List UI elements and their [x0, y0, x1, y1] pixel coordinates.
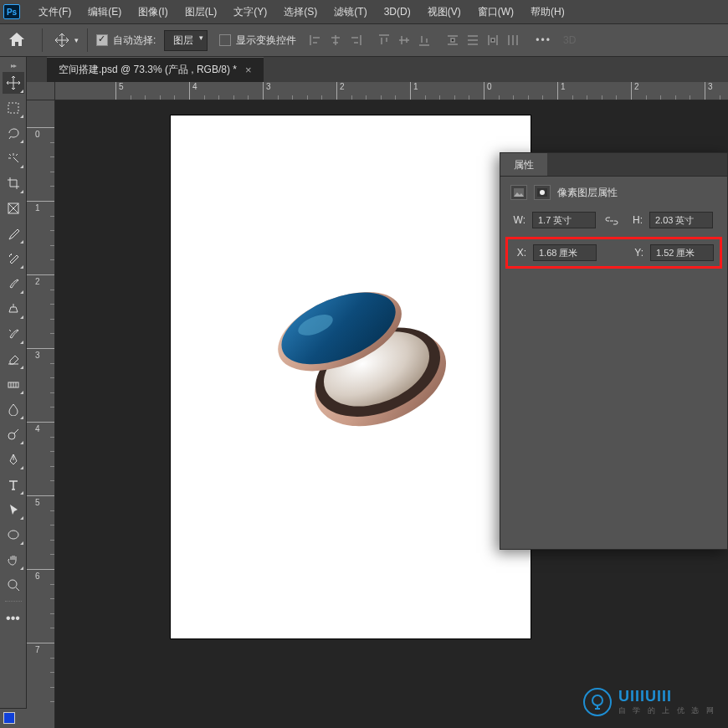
move-tool[interactable]	[3, 72, 24, 94]
svg-point-15	[592, 695, 602, 705]
align-group-1	[306, 31, 365, 49]
auto-select-label: 自动选择:	[113, 33, 156, 48]
blur-tool[interactable]	[3, 398, 24, 420]
3d-mode-label[interactable]: 3D	[563, 34, 576, 46]
move-tool-icon[interactable]	[51, 32, 73, 49]
align-center-v-icon[interactable]	[395, 31, 413, 49]
menu-layer[interactable]: 图层(L)	[177, 5, 226, 19]
crop-tool[interactable]	[3, 172, 24, 194]
distribute-bottom-icon[interactable]	[484, 31, 502, 49]
xy-highlight-box: X: Y:	[505, 237, 722, 269]
distribute-top-icon[interactable]	[443, 31, 462, 49]
height-label: H:	[628, 214, 643, 226]
ruler-horizontal[interactable]: 543210123	[55, 82, 728, 100]
align-group-2	[375, 31, 433, 49]
properties-panel: 属性 像素图层属性 W: H: X: Y:	[500, 152, 728, 550]
watermark: UIIIUIII 自 学 的 上 优 选 网	[583, 688, 716, 716]
svg-point-5	[8, 580, 17, 588]
hand-tool[interactable]	[3, 549, 24, 571]
toolbox-grip-icon[interactable]: ▸▸	[11, 62, 16, 70]
dodge-tool[interactable]	[3, 423, 24, 445]
edit-toolbar-icon[interactable]: •••	[3, 608, 24, 629]
divider	[42, 28, 43, 52]
link-wh-icon[interactable]	[602, 213, 621, 227]
distribute-center-v-icon[interactable]	[464, 31, 482, 49]
frame-tool[interactable]	[3, 197, 24, 219]
tool-divider	[5, 601, 22, 606]
lasso-tool[interactable]	[3, 122, 24, 144]
healing-brush-tool[interactable]	[3, 248, 24, 269]
align-right-icon[interactable]	[346, 31, 365, 49]
x-field[interactable]	[533, 244, 597, 261]
more-options-icon[interactable]: •••	[536, 34, 551, 46]
magic-wand-tool[interactable]	[3, 147, 24, 169]
menu-edit[interactable]: 编辑(E)	[79, 5, 130, 19]
auto-select-target-dropdown[interactable]: 图层	[164, 30, 208, 51]
properties-tab[interactable]: 属性	[500, 153, 547, 176]
width-field[interactable]	[532, 212, 596, 228]
shape-tool[interactable]	[3, 524, 24, 546]
options-bar: ▾ 自动选择: 图层 显示变换控件 ••• 3D	[0, 23, 728, 57]
path-selection-tool[interactable]	[3, 499, 24, 520]
color-swatches[interactable]	[0, 708, 27, 728]
document-tab-title: 空间搭建.psd @ 73.3% (产品 , RGB/8) *	[59, 63, 237, 77]
x-label: X:	[511, 247, 526, 259]
clone-stamp-tool[interactable]	[3, 298, 24, 320]
svg-point-14	[540, 190, 545, 195]
menu-file[interactable]: 文件(F)	[30, 5, 79, 19]
pen-tool[interactable]	[3, 449, 24, 470]
distribute-group	[443, 31, 522, 49]
layer-mask-icon	[534, 185, 551, 200]
menu-select[interactable]: 选择(S)	[275, 5, 326, 19]
auto-select-checkbox[interactable]	[96, 34, 108, 46]
y-label: Y:	[628, 247, 643, 259]
align-top-icon[interactable]	[375, 31, 393, 49]
document-canvas[interactable]	[171, 115, 531, 638]
ruler-vertical[interactable]: 01234567	[27, 100, 55, 728]
watermark-brand: UIIIUIII	[618, 688, 716, 705]
svg-point-3	[8, 433, 15, 439]
menu-window[interactable]: 窗口(W)	[469, 5, 522, 19]
menu-3d[interactable]: 3D(D)	[376, 6, 419, 18]
align-bottom-icon[interactable]	[415, 31, 433, 49]
menu-bar: Ps 文件(F) 编辑(E) 图像(I) 图层(L) 文字(Y) 选择(S) 滤…	[0, 0, 728, 23]
menu-help[interactable]: 帮助(H)	[522, 5, 573, 19]
chevron-down-icon[interactable]: ▾	[74, 36, 79, 44]
height-field[interactable]	[649, 212, 713, 228]
menu-filter[interactable]: 滤镜(T)	[326, 5, 375, 19]
eyedropper-tool[interactable]	[3, 223, 24, 244]
marquee-tool[interactable]	[3, 97, 24, 119]
distribute-left-icon[interactable]	[504, 31, 522, 49]
history-brush-tool[interactable]	[3, 323, 24, 345]
product-image	[271, 266, 455, 450]
eraser-tool[interactable]	[3, 348, 24, 370]
width-label: W:	[510, 214, 525, 226]
document-tab-bar: 空间搭建.psd @ 73.3% (产品 , RGB/8) * ×	[27, 57, 728, 82]
type-tool[interactable]	[3, 474, 24, 495]
y-field[interactable]	[650, 244, 714, 261]
home-icon[interactable]	[7, 30, 27, 50]
watermark-logo-icon	[583, 688, 612, 716]
brush-tool[interactable]	[3, 273, 24, 295]
divider	[87, 28, 88, 52]
layer-kind-label: 像素图层属性	[557, 186, 618, 200]
zoom-tool[interactable]	[3, 574, 24, 596]
photoshop-logo: Ps	[3, 4, 20, 19]
svg-point-4	[8, 531, 18, 539]
layer-thumb-icon	[510, 185, 527, 200]
document-tab[interactable]: 空间搭建.psd @ 73.3% (产品 , RGB/8) * ×	[47, 57, 264, 82]
menu-image[interactable]: 图像(I)	[130, 5, 176, 19]
show-transform-checkbox[interactable]	[219, 34, 231, 46]
ruler-origin[interactable]	[27, 82, 55, 100]
close-tab-icon[interactable]: ×	[245, 64, 252, 76]
align-center-h-icon[interactable]	[326, 31, 345, 49]
panel-tab-bar: 属性	[500, 153, 727, 177]
watermark-sub: 自 学 的 上 优 选 网	[618, 705, 716, 716]
gradient-tool[interactable]	[3, 373, 24, 395]
menu-view[interactable]: 视图(V)	[419, 5, 469, 19]
foreground-swatch[interactable]	[3, 712, 15, 724]
svg-rect-0	[8, 103, 18, 113]
show-transform-label: 显示变换控件	[236, 33, 296, 48]
align-left-icon[interactable]	[306, 31, 325, 49]
menu-type[interactable]: 文字(Y)	[225, 5, 275, 19]
